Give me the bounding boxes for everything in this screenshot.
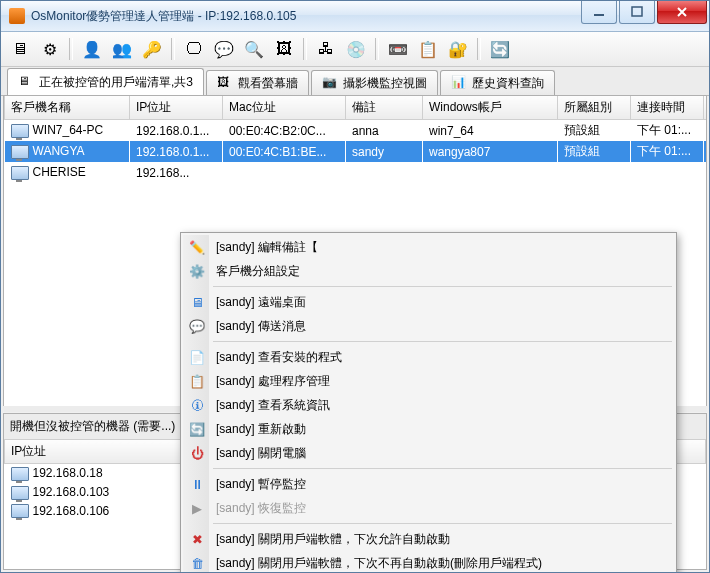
menu-item-icon: ✏️ <box>189 239 205 255</box>
computer-icon <box>11 467 29 481</box>
computer-icon <box>11 486 29 500</box>
col-header[interactable]: 客戶機名稱 <box>5 96 130 120</box>
menu-item-label: [sandy] 查看系統資訊 <box>216 397 330 414</box>
tab-label: 正在被控管的用戶端清單,共3 <box>39 74 193 91</box>
menu-item[interactable]: ✏️[sandy] 編輯備註【 <box>183 235 674 259</box>
monitor-icon: 🖥 <box>12 40 28 58</box>
menu-item-icon: ✖ <box>189 531 205 547</box>
col-header[interactable]: 備註 <box>346 96 423 120</box>
record-icon: 📼 <box>388 40 408 59</box>
chat-icon: 💬 <box>214 40 234 59</box>
toolbar-record-button[interactable]: 📼 <box>385 36 411 62</box>
toolbar-chat-button[interactable]: 💬 <box>211 36 237 62</box>
window-title: OsMonitor優勢管理達人管理端 - IP:192.168.0.105 <box>31 8 581 25</box>
col-header[interactable]: Windows帳戶 <box>423 96 558 120</box>
tab-3[interactable]: 📊歷史資料查詢 <box>440 70 555 95</box>
tab-icon: 🖥 <box>18 74 34 90</box>
table-row[interactable]: WIN7_64-PC192.168.0.1...00:E0:4C:B2:0C..… <box>5 120 708 142</box>
cell-mac: 00:E0:4C:B1:BE... <box>223 141 346 162</box>
menu-item[interactable]: 🛈[sandy] 查看系統資訊 <box>183 393 674 417</box>
computer-icon <box>11 504 29 518</box>
svg-rect-1 <box>632 7 642 16</box>
list-icon: 📋 <box>418 40 438 59</box>
picture-icon: 🖼 <box>276 40 292 58</box>
cell-ip: 192.168... <box>130 162 223 183</box>
toolbar-key-button[interactable]: 🔑 <box>139 36 165 62</box>
cell-group <box>558 162 631 183</box>
titlebar: OsMonitor優勢管理達人管理端 - IP:192.168.0.105 <box>1 1 709 32</box>
col-header[interactable]: IP位址 <box>130 96 223 120</box>
menu-item-label: [sandy] 關閉用戶端軟體，下次不再自動啟動(刪除用戶端程式) <box>216 555 542 572</box>
tab-0[interactable]: 🖥正在被控管的用戶端清單,共3 <box>7 68 204 95</box>
toolbar-separator <box>303 38 307 60</box>
app-window: OsMonitor優勢管理達人管理端 - IP:192.168.0.105 🖥⚙… <box>0 0 710 573</box>
menu-item[interactable]: ⏻[sandy] 關閉電腦 <box>183 441 674 465</box>
col-header[interactable]: 狀態 <box>704 96 708 120</box>
cell-status: 正在監 <box>704 120 708 142</box>
toolbar-monitor-button[interactable]: 🖥 <box>7 36 33 62</box>
tab-2[interactable]: 📷攝影機監控視圖 <box>311 70 438 95</box>
refresh-icon: 🔄 <box>490 40 510 59</box>
tab-label: 觀看螢幕牆 <box>238 75 298 92</box>
table-row[interactable]: WANGYA192.168.0.1...00:E0:4C:B1:BE...san… <box>5 141 708 162</box>
menu-item-label: 客戶機分組設定 <box>216 263 300 280</box>
menu-item[interactable]: ⏸[sandy] 暫停監控 <box>183 472 674 496</box>
toolbar-lock-list-button[interactable]: 🔐 <box>445 36 471 62</box>
menu-item[interactable]: 🔄[sandy] 重新啟動 <box>183 417 674 441</box>
toolbar-disc-button[interactable]: 💿 <box>343 36 369 62</box>
maximize-button[interactable] <box>619 1 655 24</box>
toolbar-refresh-button[interactable]: 🔄 <box>487 36 513 62</box>
menu-item-icon: 📋 <box>189 373 205 389</box>
cell-note: anna <box>346 120 423 142</box>
computer-icon <box>11 124 29 138</box>
cell-group: 預設組 <box>558 141 631 162</box>
menu-item[interactable]: ✖[sandy] 關閉用戶端軟體，下次允許自動啟動 <box>183 527 674 551</box>
menu-item[interactable]: ⚙️客戶機分組設定 <box>183 259 674 283</box>
col-header[interactable]: 連接時間 <box>631 96 704 120</box>
menu-item-label: [sandy] 重新啟動 <box>216 421 306 438</box>
cell-acct: wangya807 <box>423 141 558 162</box>
toolbar-display-button[interactable]: 🖵 <box>181 36 207 62</box>
computer-icon <box>11 145 29 159</box>
menu-item[interactable]: 🖥[sandy] 遠端桌面 <box>183 290 674 314</box>
display-icon: 🖵 <box>186 40 202 58</box>
menu-separator <box>213 468 672 469</box>
col-header[interactable]: 所屬組別 <box>558 96 631 120</box>
menu-item-icon: ⏸ <box>189 476 205 492</box>
menu-item[interactable]: 📄[sandy] 查看安裝的程式 <box>183 345 674 369</box>
toolbar-settings-button[interactable]: ⚙ <box>37 36 63 62</box>
toolbar: 🖥⚙👤👥🔑🖵💬🔍🖼🖧💿📼📋🔐🔄 <box>1 32 709 67</box>
tab-strip: 🖥正在被控管的用戶端清單,共3🖼觀看螢幕牆📷攝影機監控視圖📊歷史資料查詢 <box>1 67 709 96</box>
menu-item-label: [sandy] 查看安裝的程式 <box>216 349 342 366</box>
close-button[interactable] <box>657 1 707 24</box>
cell-acct <box>423 162 558 183</box>
toolbar-separator <box>69 38 73 60</box>
toolbar-picture-button[interactable]: 🖼 <box>271 36 297 62</box>
menu-item-label: [sandy] 處理程序管理 <box>216 373 330 390</box>
minimize-button[interactable] <box>581 1 617 24</box>
menu-item-label: [sandy] 暫停監控 <box>216 476 306 493</box>
col-header[interactable]: Mac位址 <box>223 96 346 120</box>
disc-icon: 💿 <box>346 40 366 59</box>
table-row[interactable]: CHERISE192.168...正在監 <box>5 162 708 183</box>
menu-item[interactable]: 🗑[sandy] 關閉用戶端軟體，下次不再自動啟動(刪除用戶端程式) <box>183 551 674 573</box>
svg-rect-0 <box>594 14 604 16</box>
cell-acct: win7_64 <box>423 120 558 142</box>
clients-table[interactable]: 客戶機名稱IP位址Mac位址備註Windows帳戶所屬組別連接時間狀態WIN7_… <box>4 96 707 183</box>
cell-note: sandy <box>346 141 423 162</box>
toolbar-network-button[interactable]: 🖧 <box>313 36 339 62</box>
tab-icon: 🖼 <box>217 75 233 91</box>
toolbar-user-add-button[interactable]: 👤 <box>79 36 105 62</box>
cell-name: WANGYA <box>5 141 130 162</box>
toolbar-users-button[interactable]: 👥 <box>109 36 135 62</box>
menu-item[interactable]: 💬[sandy] 傳送消息 <box>183 314 674 338</box>
menu-item-icon: 🖥 <box>189 294 205 310</box>
toolbar-search-pc-button[interactable]: 🔍 <box>241 36 267 62</box>
menu-item-label: [sandy] 關閉用戶端軟體，下次允許自動啟動 <box>216 531 450 548</box>
toolbar-list-button[interactable]: 📋 <box>415 36 441 62</box>
cell-mac: 00:E0:4C:B2:0C... <box>223 120 346 142</box>
menu-item[interactable]: 📋[sandy] 處理程序管理 <box>183 369 674 393</box>
toolbar-separator <box>477 38 481 60</box>
menu-separator <box>213 286 672 287</box>
tab-1[interactable]: 🖼觀看螢幕牆 <box>206 70 309 95</box>
